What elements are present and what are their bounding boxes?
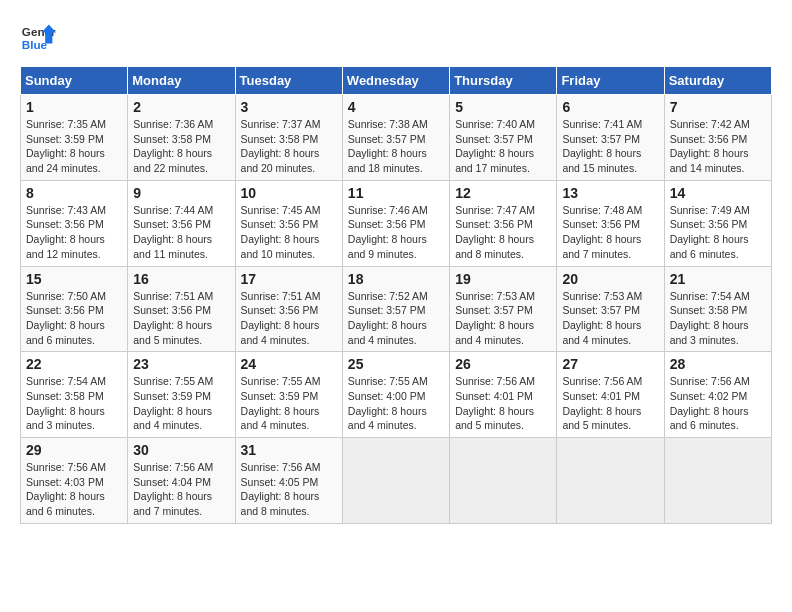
day-info: Sunrise: 7:36 AM Sunset: 3:58 PM Dayligh… [133,117,229,176]
day-info: Sunrise: 7:56 AM Sunset: 4:04 PM Dayligh… [133,460,229,519]
day-number: 27 [562,356,658,372]
day-info: Sunrise: 7:56 AM Sunset: 4:02 PM Dayligh… [670,374,766,433]
day-number: 23 [133,356,229,372]
day-number: 29 [26,442,122,458]
day-info: Sunrise: 7:42 AM Sunset: 3:56 PM Dayligh… [670,117,766,176]
day-number: 14 [670,185,766,201]
day-info: Sunrise: 7:53 AM Sunset: 3:57 PM Dayligh… [455,289,551,348]
day-number: 6 [562,99,658,115]
day-info: Sunrise: 7:48 AM Sunset: 3:56 PM Dayligh… [562,203,658,262]
calendar-cell: 3 Sunrise: 7:37 AM Sunset: 3:58 PM Dayli… [235,95,342,181]
calendar-cell: 25 Sunrise: 7:55 AM Sunset: 4:00 PM Dayl… [342,352,449,438]
calendar-cell: 30 Sunrise: 7:56 AM Sunset: 4:04 PM Dayl… [128,438,235,524]
calendar-week-3: 15 Sunrise: 7:50 AM Sunset: 3:56 PM Dayl… [21,266,772,352]
weekday-header-tuesday: Tuesday [235,67,342,95]
calendar-cell: 1 Sunrise: 7:35 AM Sunset: 3:59 PM Dayli… [21,95,128,181]
calendar-cell: 15 Sunrise: 7:50 AM Sunset: 3:56 PM Dayl… [21,266,128,352]
calendar-cell: 5 Sunrise: 7:40 AM Sunset: 3:57 PM Dayli… [450,95,557,181]
calendar-cell: 6 Sunrise: 7:41 AM Sunset: 3:57 PM Dayli… [557,95,664,181]
day-number: 10 [241,185,337,201]
calendar-cell: 27 Sunrise: 7:56 AM Sunset: 4:01 PM Dayl… [557,352,664,438]
calendar-week-4: 22 Sunrise: 7:54 AM Sunset: 3:58 PM Dayl… [21,352,772,438]
calendar-cell: 18 Sunrise: 7:52 AM Sunset: 3:57 PM Dayl… [342,266,449,352]
day-info: Sunrise: 7:56 AM Sunset: 4:05 PM Dayligh… [241,460,337,519]
calendar-cell: 24 Sunrise: 7:55 AM Sunset: 3:59 PM Dayl… [235,352,342,438]
day-info: Sunrise: 7:55 AM Sunset: 4:00 PM Dayligh… [348,374,444,433]
day-number: 3 [241,99,337,115]
calendar-cell: 11 Sunrise: 7:46 AM Sunset: 3:56 PM Dayl… [342,180,449,266]
day-number: 31 [241,442,337,458]
weekday-header-saturday: Saturday [664,67,771,95]
day-info: Sunrise: 7:54 AM Sunset: 3:58 PM Dayligh… [670,289,766,348]
day-info: Sunrise: 7:55 AM Sunset: 3:59 PM Dayligh… [241,374,337,433]
calendar-week-1: 1 Sunrise: 7:35 AM Sunset: 3:59 PM Dayli… [21,95,772,181]
day-info: Sunrise: 7:54 AM Sunset: 3:58 PM Dayligh… [26,374,122,433]
day-number: 11 [348,185,444,201]
day-info: Sunrise: 7:35 AM Sunset: 3:59 PM Dayligh… [26,117,122,176]
calendar-cell: 4 Sunrise: 7:38 AM Sunset: 3:57 PM Dayli… [342,95,449,181]
day-number: 5 [455,99,551,115]
day-info: Sunrise: 7:49 AM Sunset: 3:56 PM Dayligh… [670,203,766,262]
day-info: Sunrise: 7:41 AM Sunset: 3:57 PM Dayligh… [562,117,658,176]
calendar-cell [342,438,449,524]
calendar-cell: 12 Sunrise: 7:47 AM Sunset: 3:56 PM Dayl… [450,180,557,266]
day-number: 21 [670,271,766,287]
day-info: Sunrise: 7:56 AM Sunset: 4:03 PM Dayligh… [26,460,122,519]
day-number: 19 [455,271,551,287]
day-number: 26 [455,356,551,372]
weekday-header-sunday: Sunday [21,67,128,95]
calendar-cell: 16 Sunrise: 7:51 AM Sunset: 3:56 PM Dayl… [128,266,235,352]
calendar-cell: 17 Sunrise: 7:51 AM Sunset: 3:56 PM Dayl… [235,266,342,352]
calendar-cell [557,438,664,524]
day-info: Sunrise: 7:55 AM Sunset: 3:59 PM Dayligh… [133,374,229,433]
calendar-cell: 7 Sunrise: 7:42 AM Sunset: 3:56 PM Dayli… [664,95,771,181]
day-info: Sunrise: 7:37 AM Sunset: 3:58 PM Dayligh… [241,117,337,176]
day-number: 17 [241,271,337,287]
calendar-week-5: 29 Sunrise: 7:56 AM Sunset: 4:03 PM Dayl… [21,438,772,524]
day-info: Sunrise: 7:43 AM Sunset: 3:56 PM Dayligh… [26,203,122,262]
calendar-cell: 31 Sunrise: 7:56 AM Sunset: 4:05 PM Dayl… [235,438,342,524]
calendar-cell: 13 Sunrise: 7:48 AM Sunset: 3:56 PM Dayl… [557,180,664,266]
day-number: 28 [670,356,766,372]
day-info: Sunrise: 7:47 AM Sunset: 3:56 PM Dayligh… [455,203,551,262]
day-number: 4 [348,99,444,115]
calendar-table: SundayMondayTuesdayWednesdayThursdayFrid… [20,66,772,524]
day-number: 16 [133,271,229,287]
day-info: Sunrise: 7:52 AM Sunset: 3:57 PM Dayligh… [348,289,444,348]
calendar-cell [450,438,557,524]
weekday-header-wednesday: Wednesday [342,67,449,95]
calendar-cell: 21 Sunrise: 7:54 AM Sunset: 3:58 PM Dayl… [664,266,771,352]
day-info: Sunrise: 7:50 AM Sunset: 3:56 PM Dayligh… [26,289,122,348]
day-number: 7 [670,99,766,115]
day-number: 9 [133,185,229,201]
day-info: Sunrise: 7:38 AM Sunset: 3:57 PM Dayligh… [348,117,444,176]
day-number: 8 [26,185,122,201]
weekday-header-monday: Monday [128,67,235,95]
day-number: 15 [26,271,122,287]
weekday-header-friday: Friday [557,67,664,95]
day-number: 25 [348,356,444,372]
page-header: General Blue [20,20,772,56]
calendar-cell: 22 Sunrise: 7:54 AM Sunset: 3:58 PM Dayl… [21,352,128,438]
calendar-cell: 20 Sunrise: 7:53 AM Sunset: 3:57 PM Dayl… [557,266,664,352]
day-number: 22 [26,356,122,372]
day-number: 12 [455,185,551,201]
calendar-cell: 14 Sunrise: 7:49 AM Sunset: 3:56 PM Dayl… [664,180,771,266]
calendar-cell [664,438,771,524]
logo: General Blue [20,20,56,56]
calendar-cell: 9 Sunrise: 7:44 AM Sunset: 3:56 PM Dayli… [128,180,235,266]
day-info: Sunrise: 7:46 AM Sunset: 3:56 PM Dayligh… [348,203,444,262]
calendar-cell: 28 Sunrise: 7:56 AM Sunset: 4:02 PM Dayl… [664,352,771,438]
day-info: Sunrise: 7:51 AM Sunset: 3:56 PM Dayligh… [133,289,229,348]
svg-text:Blue: Blue [22,38,48,51]
calendar-cell: 10 Sunrise: 7:45 AM Sunset: 3:56 PM Dayl… [235,180,342,266]
day-info: Sunrise: 7:53 AM Sunset: 3:57 PM Dayligh… [562,289,658,348]
weekday-header-thursday: Thursday [450,67,557,95]
calendar-cell: 23 Sunrise: 7:55 AM Sunset: 3:59 PM Dayl… [128,352,235,438]
calendar-cell: 29 Sunrise: 7:56 AM Sunset: 4:03 PM Dayl… [21,438,128,524]
day-number: 24 [241,356,337,372]
calendar-cell: 19 Sunrise: 7:53 AM Sunset: 3:57 PM Dayl… [450,266,557,352]
calendar-cell: 2 Sunrise: 7:36 AM Sunset: 3:58 PM Dayli… [128,95,235,181]
day-info: Sunrise: 7:40 AM Sunset: 3:57 PM Dayligh… [455,117,551,176]
calendar-cell: 8 Sunrise: 7:43 AM Sunset: 3:56 PM Dayli… [21,180,128,266]
